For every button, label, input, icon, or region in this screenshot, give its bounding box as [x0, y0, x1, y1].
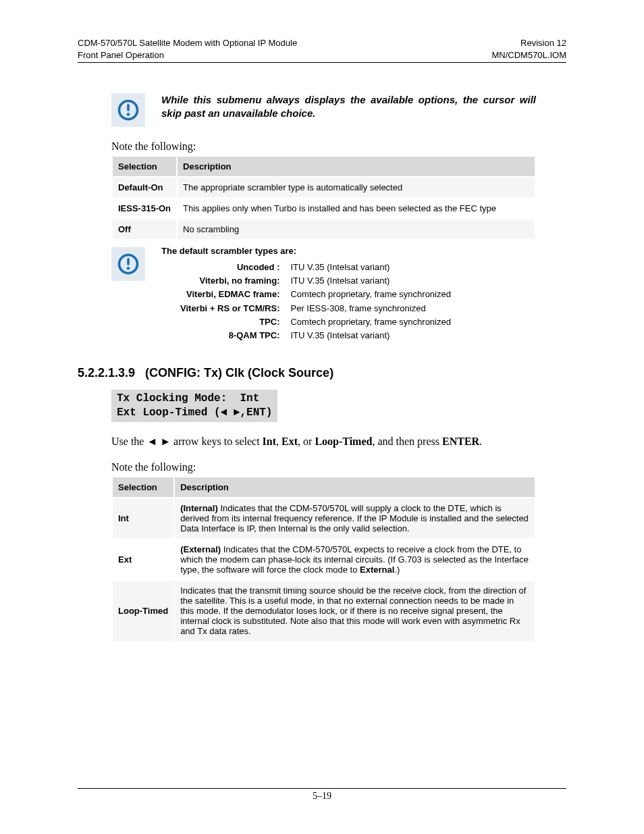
default-scrambler-block: The default scrambler types are: Uncoded… [111, 244, 536, 342]
note-following-1: Note the following: [111, 140, 536, 153]
cell-selection: Ext [112, 539, 174, 580]
header-left: CDM-570/570L Satellite Modem with Option… [78, 37, 297, 61]
header-right: Revision 12 MN/CDM570L.IOM [491, 37, 566, 61]
lcd-display: Tx Clocking Mode: Int Ext Loop-Timed (◄ … [111, 390, 277, 422]
th-description: Description [174, 477, 535, 498]
section-heading: 5.2.2.1.3.9 (CONFIG: Tx) Clk (Clock Sour… [78, 366, 566, 380]
desc-text: Indicates that the transmit timing sourc… [180, 585, 526, 636]
cell-description: This applies only when Turbo is installe… [177, 198, 535, 219]
table-row: Loop-Timed Indicates that the transmit t… [112, 580, 535, 642]
page-footer: 5–19 [78, 788, 566, 802]
scrambler-value: Comtech proprietary, frame synchronized [290, 316, 450, 328]
scrambler-value: ITU V.35 (Intelsat variant) [290, 275, 450, 287]
header-right-line1: Revision 12 [491, 37, 566, 49]
header-right-line2: MN/CDM570L.IOM [491, 49, 566, 61]
text: , [276, 436, 281, 447]
clock-selection-table: Selection Description Int (Internal) Ind… [111, 476, 536, 642]
desc-prefix: (External) [180, 544, 221, 554]
cell-selection: Int [112, 498, 174, 539]
text-bold: Loop-Timed [315, 436, 372, 447]
cell-description: The appropriate scrambler type is automa… [177, 177, 535, 198]
cell-selection: Default-On [112, 177, 177, 198]
table-row: IESS-315-On This applies only when Turbo… [112, 198, 535, 219]
scrambler-key: 8-QAM TPC: [180, 330, 279, 342]
cell-description: No scrambling [177, 219, 535, 240]
scrambler-selection-table: Selection Description Default-On The app… [111, 155, 536, 240]
desc-bold: External [360, 565, 394, 575]
svg-point-2 [127, 113, 130, 116]
scrambler-value: Comtech proprietary, frame synchronized [290, 288, 450, 301]
text: . [479, 436, 482, 447]
table-row: Ext (External) Indicates that the CDM-57… [112, 539, 535, 580]
desc-text: .) [394, 565, 400, 575]
page: CDM-570/570L Satellite Modem with Option… [0, 0, 644, 834]
alert-icon [111, 93, 145, 127]
scrambler-key: Viterbi + RS or TCM/RS: [180, 303, 279, 315]
svg-point-5 [127, 267, 130, 270]
text: Use the ◄ ► arrow keys to select [111, 436, 263, 447]
cell-selection: IESS-315-On [112, 198, 177, 219]
cell-description: Indicates that the transmit timing sourc… [174, 580, 535, 642]
table-row: Default-On The appropriate scrambler typ… [112, 177, 535, 198]
scrambler-key: TPC: [180, 316, 279, 328]
section-title: (CONFIG: Tx) Clk (Clock Source) [145, 366, 333, 380]
table-row: Off No scrambling [112, 219, 535, 240]
scrambler-value: ITU V.35 (Intelsat variant) [290, 261, 450, 273]
th-selection: Selection [112, 156, 177, 177]
table-row: Int (Internal) Indicates that the CDM-57… [112, 498, 535, 539]
cell-selection: Loop-Timed [112, 580, 174, 642]
scrambler-intro: The default scrambler types are: [161, 246, 451, 256]
header-left-line2: Front Panel Operation [78, 49, 297, 61]
desc-text: Indicates that the CDM-570/570L expects … [180, 544, 529, 575]
text: , and then press [372, 436, 442, 447]
note-following-2: Note the following: [111, 461, 536, 473]
header-left-line1: CDM-570/570L Satellite Modem with Option… [78, 37, 297, 49]
cell-description: (Internal) Indicates that the CDM-570/57… [174, 498, 535, 539]
scrambler-content: The default scrambler types are: Uncoded… [161, 244, 451, 342]
page-header: CDM-570/570L Satellite Modem with Option… [78, 37, 566, 63]
desc-text: Indicates that the CDM-570/570L will sup… [180, 503, 529, 533]
text-bold: Ext [281, 436, 298, 447]
svg-rect-4 [127, 258, 130, 265]
scrambler-key: Viterbi, no framing: [180, 275, 279, 287]
text: , or [298, 436, 315, 447]
scrambler-list: Uncoded : ITU V.35 (Intelsat variant) Vi… [180, 261, 451, 342]
desc-prefix: (Internal) [180, 503, 218, 513]
scrambler-key: Viterbi, EDMAC frame: [180, 288, 279, 301]
alert-icon [111, 247, 145, 281]
svg-rect-1 [127, 104, 130, 111]
scrambler-value: ITU V.35 (Intelsat variant) [290, 330, 450, 342]
text-bold: ENTER [442, 436, 479, 447]
note-text: While this submenu always displays the a… [161, 93, 536, 121]
cell-description: (External) Indicates that the CDM-570/57… [174, 539, 535, 580]
th-selection: Selection [112, 477, 174, 498]
instruction-paragraph: Use the ◄ ► arrow keys to select Int, Ex… [111, 434, 536, 449]
text-bold: Int [263, 436, 276, 447]
cell-selection: Off [112, 219, 177, 240]
section-number: 5.2.2.1.3.9 [78, 366, 135, 380]
scrambler-key: Uncoded : [180, 261, 279, 273]
note-block: While this submenu always displays the a… [111, 93, 536, 127]
scrambler-value: Per IESS-308, frame synchronized [290, 303, 450, 315]
page-number: 5–19 [313, 791, 331, 801]
th-description: Description [177, 156, 535, 177]
